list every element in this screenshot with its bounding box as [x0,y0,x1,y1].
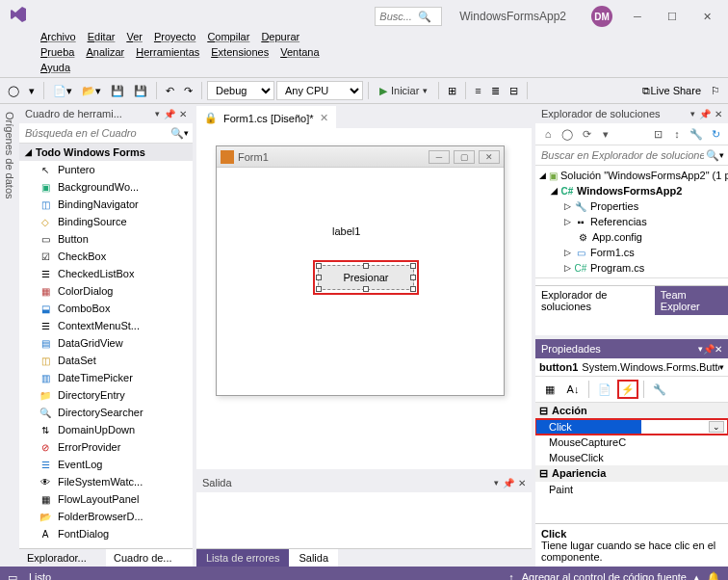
user-avatar[interactable]: DM [591,6,612,27]
toolbox-item[interactable]: 📂FolderBrowserD... [19,508,193,525]
quick-launch-input[interactable] [379,11,418,22]
expand-icon[interactable]: ◢ [539,171,546,180]
menu-ventana[interactable]: Ventana [274,44,325,60]
nav-fwd-button[interactable]: ▾ [25,83,39,99]
toolbox-item[interactable]: ▣BackgroundWo... [19,178,193,196]
property-row[interactable]: MouseCaptureC [535,435,728,450]
window-close-button[interactable]: ✕ [689,4,724,29]
menu-prueba[interactable]: Prueba [35,44,80,60]
expand-icon[interactable]: ▷ [564,217,571,226]
home-icon[interactable]: ⌂ [539,126,557,142]
document-tab-form1[interactable]: 🔒 Form1.cs [Diseño]* ✕ [196,106,336,128]
toolbox-item[interactable]: ⊘ErrorProvider [19,438,193,456]
collapse-icon[interactable]: ⊟ [539,467,548,480]
property-category[interactable]: ⊟ Apariencia [535,465,728,482]
collapse-icon[interactable]: ⊟ [539,405,548,417]
live-share-button[interactable]: ⧉ Live Share [638,83,705,99]
notifications-icon[interactable]: 🔔 [707,571,720,581]
resize-handle[interactable] [316,263,322,269]
tree-solution-node[interactable]: ◢ ▣ Solución "WindowsFormsApp2" (1 p [535,168,728,183]
tab-team-explorer[interactable]: Team Explorer [655,286,728,315]
menu-ver[interactable]: Ver [120,29,148,44]
align-tool-3[interactable]: ⊟ [506,83,522,99]
save-button[interactable]: 💾 [107,83,128,99]
toolbox-item[interactable]: ☑CheckBox [19,248,193,265]
tab-toolbox[interactable]: Cuadro de... [106,549,193,567]
side-tab-datasources[interactable]: Orígenes de datos [0,104,19,567]
expand-icon[interactable]: ◢ [551,186,558,196]
resize-handle[interactable] [410,263,416,269]
menu-extensiones[interactable]: Extensiones [205,44,274,60]
tree-file-node[interactable]: ⚙ App.config [535,229,728,245]
designed-button-selection[interactable]: Presionar [313,260,419,295]
refresh-icon[interactable]: ↻ [707,126,724,142]
open-file-button[interactable]: 📂▾ [78,83,105,99]
toolbox-item[interactable]: 📁DirectoryEntry [19,386,193,404]
properties-mode-icon[interactable]: 📄 [594,380,615,399]
toolbox-item[interactable]: ↖Puntero [19,161,193,178]
tab-solution-explorer[interactable]: Explorador de soluciones [535,286,655,315]
property-value[interactable] [641,450,728,465]
designed-button1[interactable]: Presionar [318,265,414,290]
menu-editar[interactable]: Editar [82,29,121,44]
property-pages-icon[interactable]: 🔧 [649,380,670,399]
toolbox-search-input[interactable] [23,125,170,141]
close-icon[interactable]: ✕ [715,344,722,355]
filter-icon[interactable]: ▾ [597,126,614,142]
tree-project-node[interactable]: ◢ C# WindowsFormsApp2 [535,183,728,198]
showall-icon[interactable]: ⊡ [649,126,666,142]
resize-handle[interactable] [363,286,369,292]
nav-back-button[interactable]: ◯ [4,83,23,99]
tree-file-node[interactable]: ▷ C# Program.cs [535,260,728,276]
toolbox-item[interactable]: ◫BindingNavigator [19,196,193,213]
toolbox-list[interactable]: ↖Puntero ▣BackgroundWo... ◫BindingNaviga… [19,161,193,548]
menu-archivo[interactable]: Archivo [35,29,82,44]
resize-handle[interactable] [316,275,322,280]
sync-icon[interactable]: ⟳ [578,126,595,142]
toolbox-options-icon[interactable]: ▾ [155,109,160,119]
resize-handle[interactable] [410,275,416,280]
toolbox-item[interactable]: ◇BindingSource [19,213,193,230]
menu-analizar[interactable]: Analizar [80,44,130,60]
property-category[interactable]: ⊟ Acción [535,403,728,419]
align-tool-1[interactable]: ≡ [471,83,484,98]
dropdown-icon[interactable]: ⌄ [709,421,724,433]
toolbox-item[interactable]: ☰EventLog [19,456,193,473]
output-body[interactable] [196,492,532,548]
toolbox-item[interactable]: 👁FileSystemWatc... [19,473,193,490]
solution-tree[interactable]: ◢ ▣ Solución "WindowsFormsApp2" (1 p ◢ C… [535,166,728,277]
categorized-icon[interactable]: ▦ [539,380,560,399]
toolbox-item[interactable]: ▤DataGridView [19,334,193,352]
expand-icon[interactable]: ▷ [564,263,571,273]
resize-handle[interactable] [363,263,369,269]
new-project-button[interactable]: 📄▾ [49,83,76,99]
toolbox-item[interactable]: ☰ContextMenuSt... [19,317,193,334]
close-icon[interactable]: ✕ [518,478,526,488]
tab-error-list[interactable]: Lista de errores [196,549,289,567]
close-icon[interactable]: ✕ [320,112,328,124]
collapse-icon[interactable]: ↕ [668,126,686,142]
undo-button[interactable]: ↶ [162,83,178,99]
save-all-button[interactable]: 💾 [130,83,151,99]
properties-target[interactable]: button1 System.Windows.Forms.Butto ▾ [535,358,728,377]
property-row[interactable]: MouseClick [535,450,728,465]
toolbox-item[interactable]: ▥DateTimePicker [19,369,193,386]
pin-icon[interactable]: 📌 [164,109,175,119]
solution-config-select[interactable]: Debug [207,81,274,100]
toolbox-item[interactable]: ▦FlowLayoutPanel [19,490,193,508]
toolbox-item[interactable]: ▦ColorDialog [19,282,193,300]
form-body[interactable]: label1 Presionar [217,168,504,395]
menu-ayuda[interactable]: Ayuda [35,60,76,75]
source-control-text[interactable]: Agregar al control de código fuente [522,571,687,580]
toolbox-item[interactable]: ◫DataSet [19,352,193,369]
solution-search-input[interactable] [539,147,706,163]
redo-button[interactable]: ↷ [180,83,196,99]
toolbox-group-header[interactable]: ◢ Todo Windows Forms [19,144,193,161]
start-debugging-button[interactable]: ▶ Iniciar ▾ [374,83,433,99]
layout-tool-1[interactable]: ⊞ [444,83,460,99]
toolbox-search[interactable]: 🔍 ▾ [19,123,193,144]
close-icon[interactable]: ✕ [715,109,722,119]
toolbox-item[interactable]: AFontDialog [19,525,193,542]
pin-icon[interactable]: 📌 [703,344,715,355]
tree-properties-node[interactable]: ▷ 🔧 Properties [535,198,728,214]
